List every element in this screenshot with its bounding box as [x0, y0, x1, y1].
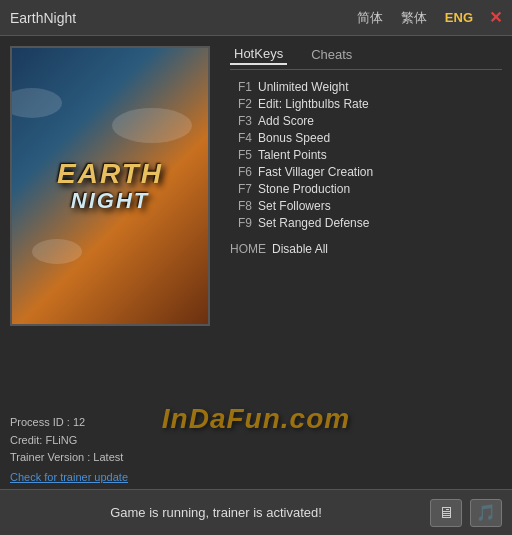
label-f8: Set Followers — [258, 199, 331, 213]
lang-english[interactable]: ENG — [439, 8, 479, 27]
game-image: EARTH NIGHT — [10, 46, 210, 326]
home-label: Disable All — [272, 242, 328, 256]
update-link[interactable]: Check for trainer update — [10, 471, 128, 483]
hotkey-row-f5: F5 Talent Points — [230, 148, 502, 162]
label-f1: Unlimited Weight — [258, 80, 348, 94]
label-f6: Fast Villager Creation — [258, 165, 373, 179]
label-f3: Add Score — [258, 114, 314, 128]
hotkey-row-f2: F2 Edit: Lightbulbs Rate — [230, 97, 502, 111]
monitor-icon-button[interactable]: 🖥 — [430, 499, 462, 527]
home-row: HOME Disable All — [230, 242, 502, 256]
tab-hotkeys[interactable]: HotKeys — [230, 44, 287, 65]
close-button[interactable]: ✕ — [489, 8, 502, 27]
tab-bar: HotKeys Cheats — [230, 44, 502, 70]
app-title: EarthNight — [10, 10, 351, 26]
key-f6: F6 — [230, 165, 252, 179]
label-f7: Stone Production — [258, 182, 350, 196]
status-message: Game is running, trainer is activated! — [10, 505, 422, 520]
status-icons: 🖥 🎵 — [430, 499, 502, 527]
game-art-overlay: EARTH NIGHT — [12, 48, 208, 324]
label-f5: Talent Points — [258, 148, 327, 162]
hotkeys-list: F1 Unlimited Weight F2 Edit: Lightbulbs … — [230, 80, 502, 230]
key-f8: F8 — [230, 199, 252, 213]
trainer-version: Trainer Version : Latest — [10, 449, 502, 467]
credit: Credit: FLiNG — [10, 432, 502, 450]
key-f2: F2 — [230, 97, 252, 111]
key-f7: F7 — [230, 182, 252, 196]
bottom-info: Process ID : 12 Credit: FLiNG Trainer Ve… — [10, 414, 502, 485]
label-f4: Bonus Speed — [258, 131, 330, 145]
key-f3: F3 — [230, 114, 252, 128]
hotkey-row-f8: F8 Set Followers — [230, 199, 502, 213]
key-f9: F9 — [230, 216, 252, 230]
key-f5: F5 — [230, 148, 252, 162]
hotkey-row-f6: F6 Fast Villager Creation — [230, 165, 502, 179]
label-f2: Edit: Lightbulbs Rate — [258, 97, 369, 111]
status-bar: Game is running, trainer is activated! 🖥… — [0, 489, 512, 535]
home-key: HOME — [230, 242, 266, 256]
game-title-art: EARTH NIGHT — [57, 159, 163, 214]
title-bar: EarthNight 简体 繁体 ENG ✕ — [0, 0, 512, 36]
tab-cheats[interactable]: Cheats — [307, 44, 356, 65]
hotkey-row-f4: F4 Bonus Speed — [230, 131, 502, 145]
hotkey-row-f1: F1 Unlimited Weight — [230, 80, 502, 94]
lang-simplified[interactable]: 简体 — [351, 7, 389, 29]
hotkey-row-f3: F3 Add Score — [230, 114, 502, 128]
hotkey-row-f7: F7 Stone Production — [230, 182, 502, 196]
hotkey-row-f9: F9 Set Ranged Defense — [230, 216, 502, 230]
label-f9: Set Ranged Defense — [258, 216, 369, 230]
key-f1: F1 — [230, 80, 252, 94]
music-icon-button[interactable]: 🎵 — [470, 499, 502, 527]
process-id: Process ID : 12 — [10, 414, 502, 432]
key-f4: F4 — [230, 131, 252, 145]
lang-buttons: 简体 繁体 ENG ✕ — [351, 7, 502, 29]
lang-traditional[interactable]: 繁体 — [395, 7, 433, 29]
